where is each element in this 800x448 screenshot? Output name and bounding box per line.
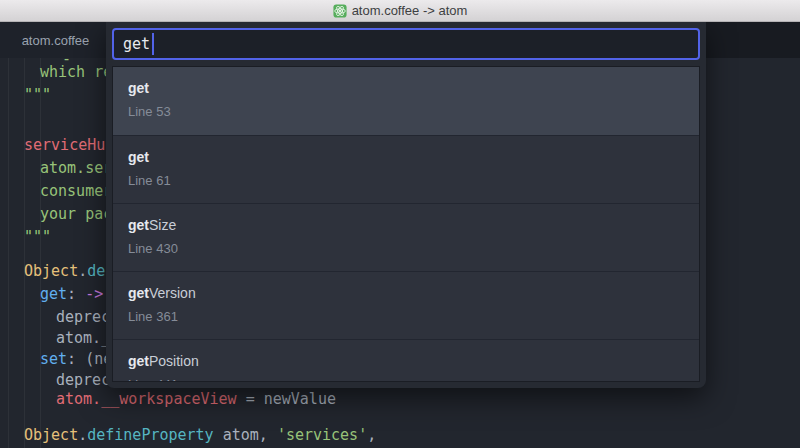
matched-text: get bbox=[128, 285, 149, 301]
symbol-name-rest: Size bbox=[149, 217, 176, 233]
symbol-line-number: Line 441 bbox=[128, 377, 699, 382]
finder-result-item[interactable]: getVersionLine 361 bbox=[113, 271, 699, 339]
code-token-fg: . bbox=[78, 426, 87, 444]
symbol-name: getPosition bbox=[128, 352, 699, 370]
search-query-text: get bbox=[123, 35, 150, 53]
code-token-yellow: Object bbox=[24, 262, 78, 280]
code-token-fg: atom, bbox=[214, 426, 277, 444]
matched-text: get bbox=[128, 149, 149, 165]
code-token-green: """ bbox=[24, 86, 51, 104]
code-line: """ bbox=[24, 229, 51, 246]
symbol-line-number: Line 53 bbox=[128, 104, 699, 119]
symbol-search-input[interactable]: get bbox=[112, 28, 700, 60]
symbol-name-rest: Version bbox=[149, 285, 196, 301]
finder-result-item[interactable]: getPositionLine 441 bbox=[113, 339, 699, 382]
symbol-name: getVersion bbox=[128, 284, 699, 302]
matched-text: get bbox=[128, 80, 149, 96]
finder-result-item[interactable]: getLine 61 bbox=[113, 135, 699, 203]
indent-guide bbox=[24, 58, 25, 448]
code-line: get: -> bbox=[40, 286, 103, 303]
matched-text: get bbox=[128, 217, 149, 233]
symbol-results-list: getLine 53getLine 61getSizeLine 430getVe… bbox=[112, 66, 700, 382]
code-token-blue: get bbox=[40, 285, 67, 303]
symbol-name-rest: Position bbox=[149, 353, 199, 369]
window-titlebar: atom.coffee -> atom bbox=[0, 0, 800, 22]
code-line: Object.defineProperty atom, 'services', bbox=[24, 427, 376, 444]
symbol-name: get bbox=[128, 79, 699, 97]
matched-text: get bbox=[128, 353, 149, 369]
text-cursor bbox=[152, 33, 154, 55]
code-token-cyan: defineProperty bbox=[87, 426, 213, 444]
finder-result-item[interactable]: getSizeLine 430 bbox=[113, 203, 699, 271]
code-token-yellow: Object bbox=[24, 426, 78, 444]
code-token-coral: atom.__workspaceView bbox=[56, 390, 237, 408]
symbol-name: get bbox=[128, 148, 699, 166]
code-token-purple: -> bbox=[85, 285, 103, 303]
code-line: """ bbox=[24, 87, 51, 104]
atom-icon bbox=[333, 4, 347, 18]
code-token-fg: = newValue bbox=[237, 390, 336, 408]
code-line: atom.__workspaceView = newValue bbox=[56, 391, 336, 408]
code-token-fg: . bbox=[78, 262, 87, 280]
code-token-green: """ bbox=[24, 228, 51, 246]
symbols-finder-modal: get getLine 53getLine 61getSizeLine 430g… bbox=[106, 22, 706, 388]
code-token-green: 'services' bbox=[277, 426, 367, 444]
finder-result-item[interactable]: getLine 53 bbox=[113, 67, 699, 135]
symbol-line-number: Line 361 bbox=[128, 309, 699, 324]
window-title: atom.coffee -> atom bbox=[352, 3, 468, 18]
symbol-line-number: Line 430 bbox=[128, 241, 699, 256]
code-token-fg: : bbox=[67, 285, 85, 303]
tab-atom-coffee[interactable]: atom.coffee bbox=[0, 22, 112, 58]
code-token-fg: , bbox=[367, 426, 376, 444]
indent-guide bbox=[40, 58, 41, 448]
symbol-line-number: Line 61 bbox=[128, 173, 699, 188]
tab-label: atom.coffee bbox=[22, 33, 90, 48]
code-token-blue: set bbox=[40, 350, 67, 368]
symbol-name: getSize bbox=[128, 216, 699, 234]
indent-guide bbox=[8, 58, 9, 448]
